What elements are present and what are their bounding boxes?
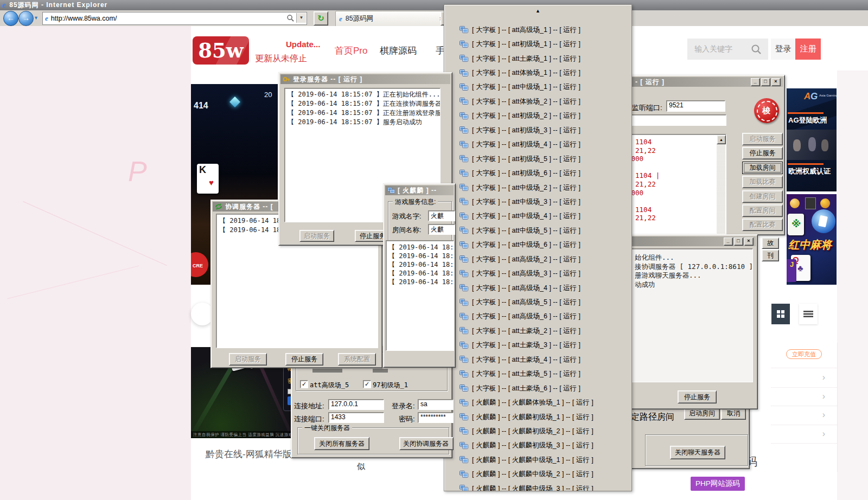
list-item[interactable]: [ 大字板 ] -- [ att土豪场_1 ] -- [ 运行 ]	[444, 52, 631, 66]
back-button[interactable]: ←	[3, 11, 18, 26]
card-row[interactable]: ›	[771, 368, 837, 388]
scroll-up-icon[interactable]: ▲	[444, 8, 631, 14]
listen-port-input[interactable]: 9521	[666, 100, 725, 112]
list-item[interactable]: [ 大字板 ] -- [ att中级场_1 ] -- [ 运行 ]	[444, 80, 631, 94]
chat-server-window[interactable]: _□× 始化组件...接协调服务器 [ 127.0.0.1:8610 ]册游戏聊…	[613, 234, 758, 409]
search-icon[interactable]	[286, 14, 295, 24]
config-room-button[interactable]: 配置房间	[742, 204, 783, 217]
list-item[interactable]: [ 大字板 ] -- [ att土豪场_3 ] -- [ 运行 ]	[444, 338, 631, 352]
list-view-button[interactable]	[799, 304, 818, 324]
list-item[interactable]: [ 大字板 ] -- [ att土豪场_2 ] -- [ 运行 ]	[444, 324, 631, 338]
list-item[interactable]: [ 大字板 ] -- [ att初级场_4 ] -- [ 运行 ]	[444, 138, 631, 152]
control-titlebar[interactable]: - [ 运行 ] _□×	[612, 77, 783, 87]
list-item[interactable]: [ 火麒麟 ] -- [ 火麒麟初级场_2 ] -- [ 运行 ]	[444, 424, 631, 438]
login-start-button[interactable]: 启动服务	[299, 230, 334, 242]
coord-config-button[interactable]: 系统配置	[338, 353, 376, 366]
card-row[interactable]: ›	[771, 387, 837, 407]
chat-stop-service-button[interactable]: 停止服务	[678, 390, 717, 403]
list-item[interactable]: [ 大字板 ] -- [ att体验场_2 ] -- [ 运行 ]	[444, 94, 631, 108]
card-row[interactable]: ›	[771, 406, 837, 425]
list-item[interactable]: [ 大字板 ] -- [ att中级场_2 ] -- [ 运行 ]	[444, 181, 631, 195]
start-service-button[interactable]: 启动服务	[742, 133, 783, 145]
list-item[interactable]: [ 大字板 ] -- [ att初级场_5 ] -- [ 运行 ]	[444, 152, 631, 166]
close-icon[interactable]: ×	[744, 238, 754, 246]
list-item[interactable]: [ 大字板 ] -- [ att高级场_2 ] -- [ 运行 ]	[444, 252, 631, 266]
list-item[interactable]: [ 大字板 ] -- [ att高级场_6 ] -- [ 运行 ]	[444, 310, 631, 324]
huoqilin-titlebar[interactable]: [ 火麒麟 ] --	[385, 185, 454, 195]
address-bar[interactable]: e http://www.85wa.com/ ▼	[42, 12, 307, 25]
scrollbar[interactable]: ▲	[717, 135, 725, 234]
list-item[interactable]: [ 火麒麟 ] -- [ 火麒麟中级场_3 ] -- [ 运行 ]	[444, 482, 631, 491]
login-name-input[interactable]: sa	[418, 399, 454, 410]
list-item[interactable]: [ 大字板 ] -- [ att初级场_2 ] -- [ 运行 ]	[444, 109, 631, 123]
list-item[interactable]: [ 大字板 ] -- [ att中级场_6 ] -- [ 运行 ]	[444, 238, 631, 252]
game-banner[interactable]: ※ 红中麻将 Q ♣ J	[787, 194, 837, 285]
list-item[interactable]: [ 火麒麟 ] -- [ 火麒麟中级场_2 ] -- [ 运行 ]	[444, 467, 631, 482]
partial-button-1[interactable]: 故	[762, 238, 779, 249]
list-item[interactable]: [ 大字板 ] -- [ att土豪场_4 ] -- [ 运行 ]	[444, 352, 631, 367]
php-source-button[interactable]: PHP网站源码	[691, 477, 745, 491]
control-window[interactable]: - [ 运行 ] _□× 监听端口: 9521 梭 : 1104: 21,222…	[610, 75, 785, 235]
list-item[interactable]: [ 大字板 ] -- [ att土豪场_5 ] -- [ 运行 ]	[444, 367, 631, 381]
register-button[interactable]: 注册	[795, 39, 821, 60]
list-item[interactable]: [ 大字板 ] -- [ att初级场_1 ] -- [ 运行 ]	[444, 37, 631, 51]
login-button[interactable]: 登录	[771, 39, 795, 60]
stop-service-button[interactable]: 停止服务	[742, 147, 783, 159]
list-item[interactable]: [ 大字板 ] -- [ att高级场_4 ] -- [ 运行 ]	[444, 281, 631, 295]
control-stats-list[interactable]: : 1104: 21,222000 : 1104 |: 21,222000 : …	[624, 134, 726, 236]
minimize-icon[interactable]: _	[751, 78, 760, 86]
browser-tab[interactable]: e 85源码网 ×	[335, 11, 447, 27]
close-coord-server-button[interactable]: 关闭协调服务器	[399, 437, 454, 450]
list-item[interactable]: [ 火麒麟 ] -- [ 火麒麟初级场_1 ] -- [ 运行 ]	[444, 410, 631, 424]
ag-banner[interactable]: A G Asia Gaming AG登陆欧洲 欧洲权威认证	[787, 88, 837, 191]
address-dropdown-icon[interactable]: ▼	[296, 13, 306, 23]
huoqilin-window[interactable]: [ 火麒麟 ] -- 游戏服务信息: 游戏名字: 火麒 房间名称: 火麒 【 2…	[383, 183, 456, 368]
login-titlebar[interactable]: 登录服务器 -- [ 运行 ]	[280, 74, 450, 84]
room-name-input[interactable]: 火麒	[428, 224, 455, 235]
password-input[interactable]: **********	[418, 412, 454, 423]
list-item[interactable]: [ 大字板 ] -- [ att体验场_1 ] -- [ 运行 ]	[444, 66, 631, 80]
checkbox-att-high-5[interactable]: ✓	[300, 380, 308, 388]
refresh-button[interactable]: ↻	[314, 11, 328, 25]
minimize-icon[interactable]: _	[724, 238, 733, 246]
room-list-window[interactable]: ▲ [ 大字板 ] -- [ att高级场_1 ] -- [ 运行 ][ 大字板…	[444, 4, 632, 491]
grid-view-button[interactable]	[771, 304, 790, 324]
game-name-input[interactable]: 火麒	[428, 210, 455, 221]
scroll-up-icon[interactable]: ▲	[717, 135, 726, 144]
browser-titlebar[interactable]: e 85源码网 - Internet Explorer	[0, 0, 868, 10]
coord-stop-button[interactable]: 停止服务	[285, 353, 323, 366]
port-input[interactable]: 1433	[328, 412, 384, 423]
chat-titlebar[interactable]: _□×	[615, 236, 756, 246]
list-item[interactable]: [ 火麒麟 ] -- [ 火麒麟体验场_1 ] -- [ 运行 ]	[444, 395, 631, 409]
card-row[interactable]: ›	[771, 425, 837, 444]
close-all-servers-button[interactable]: 关闭所有服务器	[314, 437, 369, 450]
list-item[interactable]: [ 大字板 ] -- [ att高级场_1 ] -- [ 运行 ]	[444, 23, 631, 37]
load-match-button[interactable]: 加载比赛	[742, 176, 783, 188]
list-item[interactable]: [ 大字板 ] -- [ att中级场_5 ] -- [ 运行 ]	[444, 223, 631, 238]
forward-button[interactable]: →	[18, 11, 34, 26]
girl-caption[interactable]: 黔贵在线-网狐精华版	[206, 448, 292, 460]
partial-button-2[interactable]: 刊	[762, 249, 779, 261]
list-item[interactable]: [ 火麒麟 ] -- [ 火麒麟中级场_1 ] -- [ 运行 ]	[444, 453, 631, 467]
close-chat-server-button[interactable]: 关闭聊天服务器	[670, 446, 725, 459]
history-dropdown-icon[interactable]: ▼	[34, 15, 39, 21]
site-search-icon[interactable]	[751, 44, 762, 56]
list-item[interactable]: [ 火麒麟 ] -- [ 火麒麟初级场_3 ] -- [ 运行 ]	[444, 439, 631, 453]
nav-home[interactable]: 首页Pro	[335, 44, 367, 57]
close-icon[interactable]: ×	[771, 78, 781, 86]
maximize-icon[interactable]: □	[761, 78, 770, 86]
list-item[interactable]: [ 大字板 ] -- [ att中级场_4 ] -- [ 运行 ]	[444, 209, 631, 223]
create-room-button[interactable]: 创建房间	[742, 190, 783, 203]
coord-start-button[interactable]: 启动服务	[229, 353, 267, 366]
site-search-box[interactable]: 输入关键字	[687, 39, 768, 60]
secondary-input[interactable]	[624, 114, 726, 126]
list-item[interactable]: [ 大字板 ] -- [ att初级场_6 ] -- [ 运行 ]	[444, 166, 631, 180]
config-match-button[interactable]: 配置比赛	[742, 219, 783, 231]
list-item[interactable]: [ 大字板 ] -- [ att高级场_5 ] -- [ 运行 ]	[444, 295, 631, 309]
list-item[interactable]: [ 大字板 ] -- [ att高级场_3 ] -- [ 运行 ]	[444, 266, 631, 280]
load-room-button[interactable]: 加载房间	[742, 162, 783, 174]
recharge-button[interactable]: 立即充值	[786, 350, 822, 358]
site-logo[interactable]: 85w	[193, 36, 249, 65]
nav-chess-source[interactable]: 棋牌源码	[380, 44, 417, 57]
addr-input[interactable]: 127.0.0.1	[328, 399, 384, 410]
